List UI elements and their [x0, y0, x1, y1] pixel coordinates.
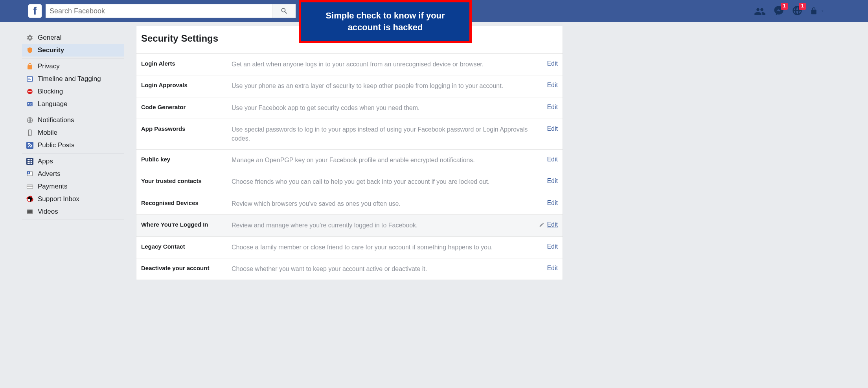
search-input[interactable]: [46, 4, 272, 18]
videos-icon: [26, 208, 34, 216]
messages-button[interactable]: 1: [773, 5, 785, 17]
setting-label: Legacy Contact: [141, 243, 232, 250]
sidebar-item-label: Timeline and Tagging: [38, 75, 101, 83]
facebook-logo[interactable]: f: [28, 4, 42, 18]
edit-link[interactable]: Edit: [547, 243, 558, 250]
setting-label: Login Approvals: [141, 82, 232, 88]
sidebar-item-timeline-and-tagging[interactable]: Timeline and Tagging: [22, 73, 124, 85]
page-body: GeneralSecurityPrivacyTimeline and Taggi…: [0, 22, 569, 288]
friends-icon: [754, 5, 766, 16]
setting-row-legacy-contact[interactable]: Legacy ContactChoose a family member or …: [136, 236, 563, 258]
friend-requests-button[interactable]: [754, 5, 766, 17]
edit-link[interactable]: Edit: [547, 265, 558, 272]
edit-link[interactable]: Edit: [547, 199, 558, 207]
language-icon: A文: [26, 100, 34, 108]
sidebar-item-videos[interactable]: Videos: [22, 205, 124, 218]
edit-link[interactable]: Edit: [539, 221, 558, 228]
setting-row-app-passwords[interactable]: App PasswordsUse special passwords to lo…: [136, 119, 563, 149]
sidebar-item-label: Security: [38, 46, 64, 54]
notifications-badge: 1: [799, 3, 806, 10]
timeline-icon: [26, 75, 34, 83]
sidebar-item-language[interactable]: A文Language: [22, 98, 124, 110]
sidebar-item-adverts[interactable]: fAdverts: [22, 168, 124, 180]
sidebar-item-payments[interactable]: Payments: [22, 180, 124, 193]
setting-row-recognised-devices[interactable]: Recognised DevicesReview which browsers …: [136, 193, 563, 214]
sidebar-item-public-posts[interactable]: Public Posts: [22, 139, 124, 152]
search-icon: [280, 7, 288, 15]
svg-rect-14: [29, 159, 31, 160]
edit-label: Edit: [547, 125, 558, 132]
sidebar-item-label: Privacy: [38, 62, 60, 70]
svg-rect-21: [31, 163, 32, 164]
setting-row-your-trusted-contacts[interactable]: Your trusted contactsChoose friends who …: [136, 171, 563, 192]
sidebar-item-security[interactable]: Security: [22, 44, 124, 57]
svg-text:A文: A文: [28, 103, 32, 106]
setting-label: Recognised Devices: [141, 199, 232, 206]
setting-row-login-alerts[interactable]: Login AlertsGet an alert when anyone log…: [136, 53, 563, 75]
edit-link[interactable]: Edit: [547, 104, 558, 111]
messages-badge: 1: [781, 3, 788, 10]
privacy-shortcuts-button[interactable]: [810, 7, 825, 15]
setting-description: Choose friends who you can call to help …: [232, 178, 547, 186]
chevron-down-icon: [820, 9, 825, 13]
sidebar-item-mobile[interactable]: Mobile: [22, 126, 124, 139]
svg-rect-18: [31, 161, 32, 162]
setting-description: Choose whether you want to keep your acc…: [232, 265, 547, 273]
setting-description: Get an alert when anyone logs in to your…: [232, 60, 547, 69]
sidebar-item-notifications[interactable]: Notifications: [22, 114, 124, 126]
edit-label: Edit: [547, 178, 558, 185]
svg-rect-15: [31, 159, 32, 160]
setting-description: Use special passwords to log in to your …: [232, 125, 547, 143]
svg-rect-17: [29, 161, 31, 162]
setting-row-login-approvals[interactable]: Login ApprovalsUse your phone as an extr…: [136, 75, 563, 97]
svg-point-11: [28, 146, 29, 147]
sidebar-item-support-inbox[interactable]: Support Inbox: [22, 193, 124, 205]
edit-link[interactable]: Edit: [547, 125, 558, 132]
payments-icon: [26, 183, 34, 190]
sidebar-item-general[interactable]: General: [22, 31, 124, 44]
svg-rect-2: [28, 79, 31, 80]
svg-rect-32: [29, 210, 30, 210]
edit-link[interactable]: Edit: [547, 156, 558, 163]
setting-label: App Passwords: [141, 125, 232, 132]
setting-row-deactivate-your-account[interactable]: Deactivate your accountChoose whether yo…: [136, 258, 563, 280]
setting-row-where-you-re-logged-in[interactable]: Where You're Logged InReview and manage …: [136, 214, 563, 236]
search-button[interactable]: [272, 4, 296, 18]
edit-label: Edit: [547, 104, 558, 111]
setting-label: Public key: [141, 156, 232, 163]
rss-icon: [26, 141, 34, 149]
notifications-button[interactable]: 1: [792, 5, 803, 17]
svg-rect-31: [28, 210, 29, 210]
setting-label: Deactivate your account: [141, 265, 232, 271]
sidebar-item-label: Notifications: [38, 116, 74, 124]
setting-label: Your trusted contacts: [141, 178, 232, 184]
setting-row-code-generator[interactable]: Code GeneratorUse your Facebook app to g…: [136, 97, 563, 119]
svg-rect-33: [30, 210, 31, 210]
setting-row-public-key[interactable]: Public keyManage an OpenPGP key on your …: [136, 149, 563, 171]
setting-description: Use your phone as an extra layer of secu…: [232, 82, 547, 90]
sidebar-item-label: Apps: [38, 157, 53, 165]
search-wrap: [46, 4, 296, 18]
sidebar-item-label: Adverts: [38, 170, 61, 178]
sidebar-item-label: Language: [38, 100, 68, 108]
pencil-icon: [539, 222, 544, 227]
edit-label: Edit: [547, 82, 558, 89]
settings-list: Login AlertsGet an alert when anyone log…: [136, 53, 563, 280]
sidebar-item-blocking[interactable]: Blocking: [22, 85, 124, 98]
edit-link[interactable]: Edit: [547, 178, 558, 185]
svg-rect-4: [28, 91, 32, 92]
main-content: Security Settings Login AlertsGet an ale…: [136, 26, 563, 280]
sidebar-item-label: General: [38, 34, 61, 42]
setting-label: Login Alerts: [141, 60, 232, 67]
setting-label: Where You're Logged In: [141, 221, 232, 228]
block-icon: [26, 88, 34, 95]
sidebar-item-privacy[interactable]: Privacy: [22, 60, 124, 73]
top-bar: f Simple check to know if your account i…: [0, 0, 868, 22]
sidebar-item-label: Public Posts: [38, 141, 75, 149]
edit-link[interactable]: Edit: [547, 82, 558, 89]
sidebar-item-apps[interactable]: Apps: [22, 155, 124, 168]
edit-link[interactable]: Edit: [547, 60, 558, 67]
svg-rect-1: [28, 78, 30, 79]
shield-icon: [26, 46, 34, 54]
edit-label: Edit: [547, 265, 558, 272]
